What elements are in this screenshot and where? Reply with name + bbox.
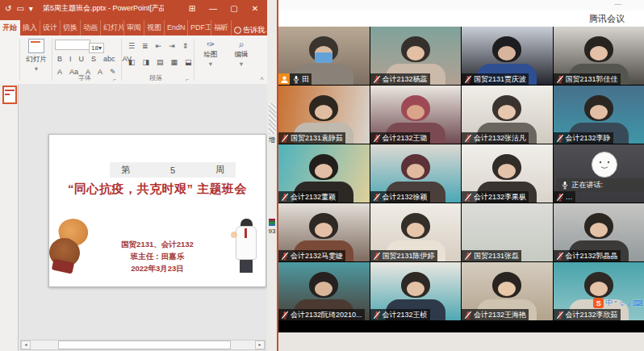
- ime-button[interactable]: ♪: [628, 299, 632, 307]
- tab-审阅[interactable]: 审阅: [124, 20, 144, 36]
- ppt-window-title: 第5周主题班会.pptx - PowerPoint[产品激...: [43, 3, 164, 14]
- video-tile-1[interactable]: 田: [278, 27, 370, 85]
- video-tile-11[interactable]: 会计2132李果枞: [462, 144, 553, 203]
- ime-logo-icon[interactable]: S: [593, 298, 604, 308]
- minimize-button[interactable]: —: [614, 0, 621, 8]
- participant-label: 会计2132马雯婕: [278, 250, 345, 261]
- tellme-button[interactable]: 告诉我...: [234, 25, 271, 36]
- ime-button[interactable]: 中: [605, 298, 613, 308]
- quick-access-icon[interactable]: ▭: [16, 4, 23, 13]
- participant-label: 会计2132李果枞: [462, 191, 529, 203]
- font-name-box[interactable]: [55, 39, 90, 53]
- slide-thumbnail-1[interactable]: [2, 86, 17, 104]
- draw-button[interactable]: ✑ 绘图▾: [197, 39, 224, 68]
- lightbulb-icon: [234, 27, 241, 34]
- mic-muted-icon: [281, 252, 289, 261]
- video-tile-20[interactable]: S中”☺♪⌨ 会计2132李欣茹: [554, 262, 644, 320]
- video-grid: 田 会计2132杨蕊 国贸2131贾庆波 国贸2131郭佳佳 国贸2131袁静茹…: [278, 27, 644, 320]
- desktop-icon[interactable]: [269, 219, 275, 226]
- video-tile-13[interactable]: 会计2132马雯婕: [278, 203, 370, 261]
- tab-切换[interactable]: 切换: [61, 20, 81, 36]
- mic-muted-icon: [281, 311, 289, 320]
- paragraph-button[interactable]: ≣: [140, 40, 151, 52]
- week-textbox[interactable]: 第5周: [110, 162, 236, 178]
- video-tile-2[interactable]: 会计2132杨蕊: [370, 27, 462, 85]
- paragraph-button[interactable]: ⇥: [166, 40, 178, 52]
- slide-canvas[interactable]: 第5周 “同心抗疫，共克时艰” 主题班会 国贸2131、会计2132 班主任：田…: [48, 134, 266, 287]
- video-tile-3[interactable]: 国贸2131贾庆波: [462, 27, 553, 85]
- video-tile-16[interactable]: 会计2132郭晶晶: [554, 203, 644, 261]
- video-tile-7[interactable]: 会计2132张洁凡: [462, 86, 553, 144]
- tab-插入[interactable]: 插入: [20, 20, 40, 36]
- video-tile-14[interactable]: 国贸2131陈伊婷: [370, 203, 462, 261]
- scroll-right-arrow[interactable]: ▸: [255, 341, 265, 349]
- participant-name: 会计2132张洁凡: [474, 133, 526, 144]
- paragraph-button[interactable]: ⬓: [182, 56, 194, 68]
- video-tile-6[interactable]: 会计2132王璐: [370, 86, 462, 144]
- video-tile-9[interactable]: 会计2132董颖: [278, 144, 370, 203]
- participant-face: [590, 223, 608, 237]
- ime-button[interactable]: ☺: [618, 299, 625, 307]
- tab-动画[interactable]: 动画: [81, 20, 101, 36]
- horizontal-scrollbar[interactable]: ◂ ▸: [20, 340, 266, 350]
- ime-button[interactable]: ⌨: [633, 299, 643, 307]
- video-tile-5[interactable]: 国贸2131袁静茹: [278, 86, 370, 144]
- quick-access-icon[interactable]: ↺: [5, 4, 11, 13]
- video-tile-10[interactable]: 会计2132徐颖: [370, 144, 462, 203]
- font-style-button[interactable]: I: [67, 53, 74, 65]
- new-slide-button[interactable]: 幻灯片▾: [23, 39, 50, 73]
- tab-EndN[interactable]: EndN: [165, 20, 188, 36]
- video-tile-4[interactable]: 国贸2131郭佳佳: [554, 27, 644, 85]
- minimize-button[interactable]: —: [203, 4, 224, 13]
- desktop-icon[interactable]: [269, 103, 276, 134]
- mic-icon: [292, 75, 300, 84]
- paragraph-dialog-launcher[interactable]: ⌐: [186, 77, 266, 82]
- font-size-box[interactable]: 18 ▾: [89, 39, 104, 53]
- participant-face: [407, 46, 424, 61]
- ime-button[interactable]: ”: [614, 299, 617, 307]
- paragraph-button[interactable]: ◧: [126, 56, 138, 68]
- paragraph-button[interactable]: ⇕: [180, 40, 191, 52]
- paragraph-button[interactable]: ▦: [169, 56, 181, 68]
- video-tile-8[interactable]: 会计2132李静: [554, 86, 644, 144]
- tab-PDF工[interactable]: PDF工: [188, 20, 211, 36]
- font-style-button[interactable]: U: [77, 53, 87, 65]
- quick-access-icon[interactable]: ▾: [29, 4, 33, 13]
- tab-开始[interactable]: 开始: [0, 20, 20, 36]
- font-style-button[interactable]: B: [55, 53, 65, 65]
- video-tile-17[interactable]: 会计2132阮琦20210...: [278, 262, 370, 320]
- paragraph-button[interactable]: ◨: [140, 56, 153, 68]
- video-tile-19[interactable]: 会计2132王海艳: [462, 262, 553, 320]
- mic-muted-icon: [464, 134, 472, 143]
- close-button[interactable]: ✕: [245, 4, 266, 13]
- video-tile-12[interactable]: 正在讲话: …: [554, 144, 644, 203]
- font-style-button[interactable]: S: [89, 53, 98, 65]
- mic-muted-icon: [464, 75, 472, 84]
- cartoon-avatar: [591, 151, 618, 182]
- participant-name: 会计2132董颖: [291, 192, 336, 203]
- meeting-top-strip: —: [278, 0, 644, 11]
- paragraph-button[interactable]: ▤: [154, 56, 166, 68]
- tab-幻灯片[interactable]: 幻灯片: [101, 20, 124, 36]
- video-tile-18[interactable]: 会计2132王桢: [370, 262, 462, 320]
- video-tile-15[interactable]: 国贸2131张磊: [462, 203, 553, 261]
- font-style-button[interactable]: abc: [101, 53, 118, 65]
- participant-name: 国贸2131袁静茹: [291, 133, 343, 144]
- quick-access-toolbar[interactable]: ↺▭▾: [5, 4, 33, 13]
- scrollbar-thumb[interactable]: [58, 341, 231, 349]
- tab-设计[interactable]: 设计: [40, 20, 61, 36]
- ime-toolbar[interactable]: S中”☺♪⌨: [593, 298, 643, 308]
- slide-title[interactable]: “同心抗疫，共克时艰” 主题班会: [49, 182, 266, 197]
- paragraph-button[interactable]: ⇤: [153, 40, 165, 52]
- tab-视图[interactable]: 视图: [144, 20, 165, 36]
- scroll-left-arrow[interactable]: ◂: [21, 341, 31, 349]
- ribbon-display-options-icon[interactable]: ⊞: [182, 4, 203, 13]
- maximize-button[interactable]: ▢: [224, 4, 245, 13]
- edit-button[interactable]: ⌕ 编辑▾: [228, 39, 255, 68]
- mic-muted-icon: [281, 193, 289, 202]
- collapse-ribbon-button[interactable]: ˄: [260, 75, 264, 82]
- participant-name: 会计2132李果枞: [474, 192, 526, 203]
- paragraph-button[interactable]: ☰: [126, 40, 137, 52]
- participant-label: 会计2132阮琦20210...: [278, 309, 365, 320]
- tab-福昕[interactable]: 福昕: [211, 20, 232, 36]
